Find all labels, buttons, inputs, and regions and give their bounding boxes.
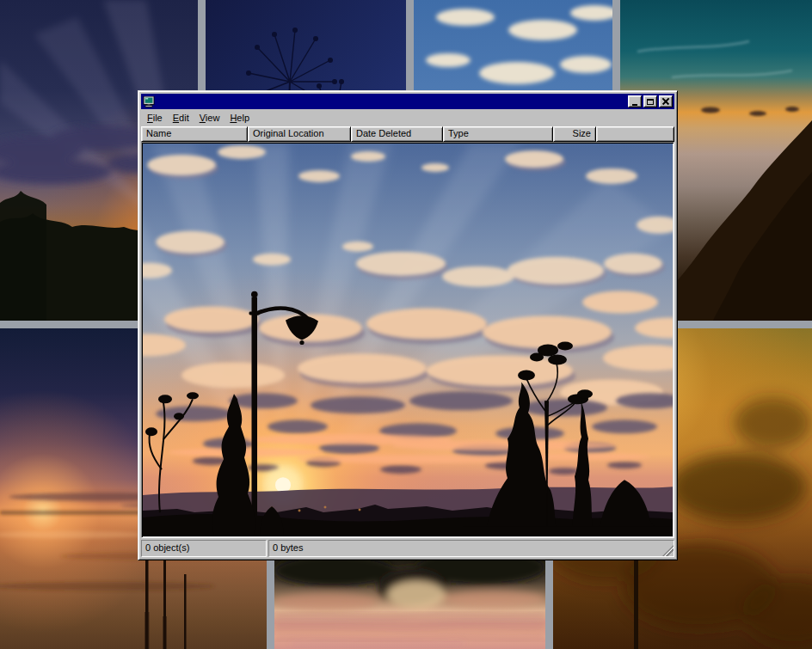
window-titlebar[interactable] <box>141 94 674 109</box>
status-bar: 0 object(s) 0 bytes <box>141 538 674 557</box>
menu-view[interactable]: View <box>194 111 225 126</box>
column-header-name[interactable]: Name <box>141 126 248 142</box>
list-column-headers: Name Original Location Date Deleted Type… <box>141 126 674 142</box>
menu-bar: File Edit View Help <box>141 109 674 126</box>
status-objects: 0 object(s) <box>141 540 267 557</box>
column-header-type[interactable]: Type <box>443 126 553 142</box>
column-header-original-location[interactable]: Original Location <box>248 126 351 142</box>
street-lamp-sunset-photo <box>143 144 673 536</box>
column-header-blank <box>596 126 674 142</box>
close-icon <box>662 99 669 105</box>
minimize-icon <box>632 104 637 106</box>
menu-help[interactable]: Help <box>225 111 255 126</box>
column-header-date-deleted[interactable]: Date Deleted <box>351 126 443 142</box>
menu-edit[interactable]: Edit <box>168 111 194 126</box>
computer-icon <box>143 96 155 107</box>
resize-grip[interactable] <box>662 545 674 556</box>
minimize-button[interactable] <box>628 95 642 107</box>
list-view[interactable] <box>141 142 674 538</box>
column-header-size[interactable]: Size <box>553 126 596 142</box>
close-button[interactable] <box>659 95 673 107</box>
recycle-bin-window: File Edit View Help Name Original Locati… <box>138 90 678 560</box>
status-bytes: 0 bytes <box>268 540 674 557</box>
maximize-button[interactable] <box>643 95 657 107</box>
menu-file[interactable]: File <box>142 111 168 126</box>
maximize-icon <box>647 99 654 105</box>
